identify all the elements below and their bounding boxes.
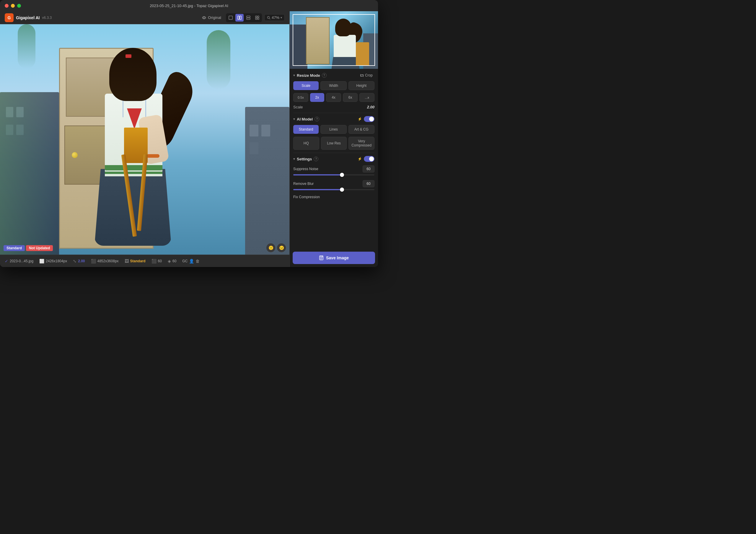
brand-icon: G: [5, 13, 14, 22]
view-single-button[interactable]: [227, 14, 235, 21]
crop-icon: [360, 73, 364, 77]
close-button[interactable]: [5, 4, 9, 8]
resize-mode-chevron-icon[interactable]: ▾: [293, 73, 295, 77]
svg-line-11: [269, 18, 270, 19]
remove-blur-track[interactable]: [293, 189, 374, 190]
char-hair: [109, 48, 156, 101]
ai-model-chevron-icon[interactable]: ▾: [293, 117, 295, 121]
thumb-door: [306, 17, 330, 65]
svg-rect-5: [247, 18, 250, 19]
resize-type-group: Scale Width Height: [293, 81, 374, 90]
model-lines-button[interactable]: Lines: [320, 125, 346, 134]
crop-button[interactable]: Crop: [358, 72, 374, 78]
face-neutral-button[interactable]: 😐: [277, 243, 286, 252]
thumb-buildings: [290, 24, 308, 69]
view-split-v-button[interactable]: [244, 14, 253, 21]
output-icon: ⬛: [91, 259, 96, 263]
ai-model-header: ▾ AI Model ? ⚡: [293, 116, 374, 122]
ai-model-row2: HQ Low Res Very Compressed: [293, 137, 374, 150]
noise-icon: ⬛: [151, 259, 156, 263]
controls: ▾ Resize Mode ? Crop Scale: [290, 69, 378, 249]
save-icon: [319, 255, 324, 260]
height-button[interactable]: Height: [348, 81, 374, 90]
image-canvas[interactable]: Standard Not Updated 🙂 😐: [0, 24, 289, 254]
view-grid-button[interactable]: [253, 14, 261, 21]
minimize-button[interactable]: [11, 4, 15, 8]
scale-field-label: Scale: [293, 105, 303, 109]
status-filename: ✓ 2023-0...45.jpg: [5, 259, 33, 263]
scale-6x-button[interactable]: 6x: [343, 93, 358, 102]
maximize-button[interactable]: [17, 4, 21, 8]
svg-rect-8: [256, 18, 257, 19]
model-hq-button[interactable]: HQ: [293, 137, 319, 150]
easel: [118, 128, 153, 231]
person-icon: 👤: [189, 259, 194, 263]
title-bar: 2023-05-25_21-10-45.jpg - Topaz Gigapixe…: [0, 0, 378, 11]
trash-icon: 🗑: [196, 259, 200, 263]
width-button[interactable]: Width: [320, 81, 346, 90]
image-size-icon: ⬜: [39, 259, 44, 263]
remove-blur-thumb[interactable]: [340, 188, 344, 192]
scale-4x-button[interactable]: 4x: [326, 93, 341, 102]
original-button[interactable]: Original: [200, 14, 224, 21]
settings-lightning-icon: ⚡: [358, 157, 362, 161]
brand-name: Gigapixel AI: [16, 15, 40, 20]
settings-toggle[interactable]: [364, 156, 374, 162]
thumbnail-area[interactable]: [290, 11, 378, 69]
toolbar-center: Original: [200, 13, 285, 22]
scale-icon: ⤡: [73, 259, 76, 263]
scale-row: Scale 2.00: [293, 105, 374, 109]
svg-rect-2: [238, 16, 239, 19]
scale-2x-button[interactable]: 2x: [310, 93, 325, 102]
resize-mode-title: Resize Mode: [297, 73, 320, 78]
model-badge: Standard: [4, 245, 25, 251]
svg-rect-7: [257, 16, 259, 17]
status-overlay: Standard Not Updated: [4, 245, 53, 251]
scale-presets-group: 0.5x 2x 4x 6x ...x: [293, 93, 374, 102]
model-verycompressed-button[interactable]: Very Compressed: [348, 137, 374, 150]
svg-point-0: [203, 17, 205, 19]
ai-model-title: AI Model: [297, 117, 313, 121]
save-image-button[interactable]: Save Image: [293, 252, 375, 264]
suppress-noise-track[interactable]: [293, 174, 374, 175]
remove-blur-label: Remove Blur: [293, 182, 313, 186]
view-toggle-group: [226, 13, 262, 22]
ai-model-title-group: ▾ AI Model ?: [293, 117, 319, 121]
svg-rect-13: [322, 256, 322, 257]
svg-rect-1: [229, 16, 232, 19]
scale-0-5x-button[interactable]: 0.5x: [293, 93, 308, 102]
suppress-noise-value[interactable]: 60: [363, 165, 374, 173]
status-blur: ◈ 60: [168, 259, 176, 263]
resize-mode-right: Crop: [358, 72, 374, 78]
scale-custom-button[interactable]: ...x: [359, 93, 374, 102]
blur-icon: ◈: [168, 259, 171, 263]
svg-rect-12: [319, 256, 323, 260]
status-scale: ⤡ 2.00: [73, 259, 85, 263]
model-lowres-button[interactable]: Low Res: [321, 137, 347, 150]
suppress-noise-header: Suppress Noise 60: [293, 165, 374, 173]
settings-toggle-row: ⚡: [358, 156, 374, 162]
settings-title-group: ▾ Settings ?: [293, 156, 318, 161]
view-split-h-button[interactable]: [235, 14, 244, 21]
settings-chevron-icon[interactable]: ▾: [293, 157, 295, 161]
suppress-noise-fill: [293, 174, 342, 175]
ai-model-help-icon[interactable]: ?: [314, 117, 319, 121]
settings-help-icon[interactable]: ?: [313, 156, 318, 161]
zoom-control[interactable]: 47% ▾: [264, 14, 285, 21]
model-artcg-button[interactable]: Art & CG: [348, 125, 374, 134]
scale-button[interactable]: Scale: [293, 81, 319, 90]
resize-mode-header: ▾ Resize Mode ? Crop: [293, 72, 374, 78]
settings-header: ▾ Settings ? ⚡: [293, 156, 374, 162]
remove-blur-value[interactable]: 60: [363, 180, 374, 187]
suppress-noise-thumb[interactable]: [340, 173, 344, 177]
ai-model-toggle[interactable]: [364, 116, 374, 122]
building-left: [0, 92, 59, 254]
model-standard-button[interactable]: Standard: [293, 125, 319, 134]
face-smile-button[interactable]: 🙂: [266, 243, 275, 252]
resize-mode-help-icon[interactable]: ?: [322, 73, 327, 78]
divider-1: [293, 113, 374, 113]
thumbnail-image: [290, 11, 378, 69]
divider-2: [293, 153, 374, 153]
ai-model-toggle-row: ⚡: [358, 116, 374, 122]
status-output-size: ⬛ 4852x3608px: [91, 259, 119, 263]
